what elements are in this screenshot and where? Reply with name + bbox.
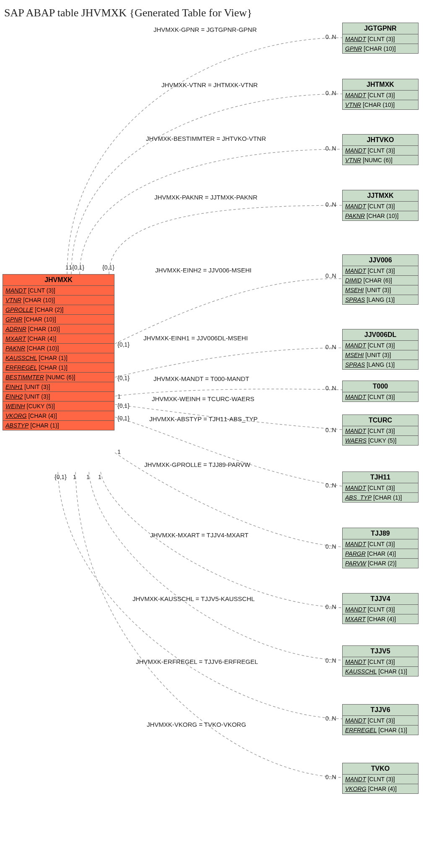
entity-field: MANDT [CLNT (3)]: [343, 146, 418, 155]
entity-jhtvko: JHTVKOMANDT [CLNT (3)]VTNR [NUMC (6)]: [342, 134, 419, 165]
entity-field: MXART [CHAR (4)]: [3, 334, 114, 344]
cardinality-right: 0..N: [325, 543, 336, 550]
entity-field: KAUSSCHL [CHAR (1)]: [343, 667, 418, 676]
cardinality-left: {0,1}: [55, 474, 67, 480]
entity-header: TJJV4: [343, 593, 418, 605]
entity-header: T000: [343, 381, 418, 392]
entity-field: MANDT [CLNT (3)]: [343, 426, 418, 436]
entity-header: TJJV5: [343, 646, 418, 657]
entity-field: ABS_TYP [CHAR (1)]: [343, 493, 418, 502]
entity-field: SPRAS [LANG (1)]: [343, 295, 418, 304]
entity-field: MANDT [CLNT (3)]: [343, 483, 418, 493]
cardinality-left: {0,1}: [117, 415, 130, 422]
cardinality-left: 1: [86, 474, 90, 480]
relation-label: JHVMXK-MANDT = T000-MANDT: [153, 375, 249, 382]
entity-field: VKORG [CHAR (4)]: [343, 784, 418, 793]
cardinality-right: 0..N: [325, 145, 336, 152]
entity-field: ADRNR [CHAR (10)]: [3, 324, 114, 334]
relation-label: JHVMXK-MXART = TJJV4-MXART: [150, 531, 248, 539]
entity-jhvmxk: JHVMXKMANDT [CLNT (3)]VTNR [CHAR (10)]GP…: [3, 274, 114, 430]
cardinality-right: 0..N: [325, 604, 336, 610]
cardinality-right: 0..N: [325, 715, 336, 722]
entity-field: EINH1 [UNIT (3)]: [3, 382, 114, 392]
entity-field: VTNR [NUMC (6)]: [343, 155, 418, 165]
entity-field: EINH2 [UNIT (3)]: [3, 392, 114, 402]
relation-label: JHVMXK-ERFREGEL = TJJV6-ERFREGEL: [136, 658, 258, 665]
cardinality-left: {0,1}: [72, 264, 84, 271]
entity-header: JHVMXK: [3, 275, 114, 286]
relation-label: JHVMXK-VTNR = JHTMXK-VTNR: [161, 81, 258, 88]
entity-tcurc: TCURCMANDT [CLNT (3)]WAERS [CUKY (5)]: [342, 415, 419, 446]
cardinality-right: 0..N: [325, 272, 336, 279]
entity-field: MSEHI [UNIT (3)]: [343, 350, 418, 360]
cardinality-left: {0,1}: [117, 375, 130, 381]
cardinality-left: 1: [98, 474, 101, 480]
entity-header: TJJ89: [343, 528, 418, 539]
entity-field: MSEHI [UNIT (3)]: [343, 285, 418, 295]
entity-field: GPNR [CHAR (10)]: [343, 44, 418, 53]
entity-tvko: TVKOMANDT [CLNT (3)]VKORG [CHAR (4)]: [342, 763, 419, 794]
relation-label: JHVMXK-GPROLLE = TJJ89-PARVW: [144, 461, 250, 468]
entity-header: TJH11: [343, 472, 418, 483]
cardinality-right: 0..N: [325, 482, 336, 489]
cardinality-left: 1: [73, 474, 76, 480]
entity-field: PAKNR [CHAR (10)]: [3, 344, 114, 353]
entity-jjtmxk: JJTMXKMANDT [CLNT (3)]PAKNR [CHAR (10)]: [342, 190, 419, 221]
cardinality-left: 1: [117, 393, 121, 400]
entity-field: WEINH [CUKY (5)]: [3, 402, 114, 411]
cardinality-right: 0..N: [325, 90, 336, 96]
entity-header: JJV006DL: [343, 329, 418, 341]
cardinality-left: 1: [117, 448, 121, 455]
entity-field: MANDT [CLNT (3)]: [343, 775, 418, 784]
cardinality-left: 1: [65, 264, 69, 271]
entity-field: MANDT [CLNT (3)]: [343, 392, 418, 402]
cardinality-right: 0..N: [325, 344, 336, 350]
entity-header: JHTMXK: [343, 79, 418, 91]
relation-label: JHVMXK-WEINH = TCURC-WAERS: [152, 395, 255, 402]
entity-field: MANDT [CLNT (3)]: [343, 34, 418, 44]
relation-label: JHVMXK-EINH2 = JJV006-MSEHI: [155, 267, 252, 274]
cardinality-right: 0..N: [325, 774, 336, 780]
entity-field: MXART [CHAR (4)]: [343, 614, 418, 624]
entity-field: WAERS [CUKY (5)]: [343, 436, 418, 445]
entity-field: MANDT [CLNT (3)]: [343, 539, 418, 549]
entity-tjjv5: TJJV5MANDT [CLNT (3)]KAUSSCHL [CHAR (1)]: [342, 645, 419, 676]
cardinality-right: 0..N: [325, 657, 336, 664]
entity-tjj89: TJJ89MANDT [CLNT (3)]PARGR [CHAR (4)]PAR…: [342, 528, 419, 568]
entity-tjh11: TJH11MANDT [CLNT (3)]ABS_TYP [CHAR (1)]: [342, 472, 419, 503]
entity-field: MANDT [CLNT (3)]: [343, 605, 418, 614]
entity-field: VTNR [CHAR (10)]: [343, 100, 418, 109]
entity-jhtmxk: JHTMXKMANDT [CLNT (3)]VTNR [CHAR (10)]: [342, 79, 419, 110]
entity-field: ERFREGEL [CHAR (1)]: [343, 725, 418, 735]
cardinality-left: 1: [69, 264, 72, 271]
entity-field: MANDT [CLNT (3)]: [343, 341, 418, 350]
entity-header: JJV006: [343, 255, 418, 266]
entity-field: MANDT [CLNT (3)]: [343, 266, 418, 276]
entity-header: TJJV6: [343, 705, 418, 716]
entity-field: MANDT [CLNT (3)]: [343, 202, 418, 211]
cardinality-left: {0,1}: [117, 402, 130, 409]
entity-header: JGTGPNR: [343, 23, 418, 34]
diagram-title: SAP ABAP table JHVMXK {Generated Table f…: [4, 7, 252, 19]
entity-tjjv4: TJJV4MANDT [CLNT (3)]MXART [CHAR (4)]: [342, 593, 419, 624]
entity-jjv006dl: JJV006DLMANDT [CLNT (3)]MSEHI [UNIT (3)]…: [342, 329, 419, 370]
entity-field: BESTIMMTER [NUMC (6)]: [3, 373, 114, 382]
entity-t000: T000MANDT [CLNT (3)]: [342, 381, 419, 402]
relation-label: JHVMXK-EINH1 = JJV006DL-MSEHI: [143, 334, 248, 342]
entity-field: MANDT [CLNT (3)]: [3, 286, 114, 295]
entity-field: VKORG [CHAR (4)]: [3, 411, 114, 421]
entity-header: TCURC: [343, 415, 418, 426]
entity-field: VTNR [CHAR (10)]: [3, 295, 114, 305]
entity-field: ERFREGEL [CHAR (1)]: [3, 363, 114, 373]
relation-label: JHVMXK-ABSTYP = TJH11-ABS_TYP: [149, 415, 257, 422]
entity-field: PARVW [CHAR (2)]: [343, 559, 418, 568]
relation-label: JHVMXK-VKORG = TVKO-VKORG: [147, 721, 246, 728]
entity-field: ABSTYP [CHAR (1)]: [3, 421, 114, 430]
entity-header: JJTMXK: [343, 190, 418, 202]
relation-label: JHVMXK-GPNR = JGTGPNR-GPNR: [153, 26, 257, 33]
entity-header: TVKO: [343, 763, 418, 775]
entity-field: GPNR [CHAR (10)]: [3, 315, 114, 324]
cardinality-left: {0,1}: [117, 341, 130, 348]
entity-field: KAUSSCHL [CHAR (1)]: [3, 353, 114, 363]
cardinality-right: 0..N: [325, 385, 336, 391]
